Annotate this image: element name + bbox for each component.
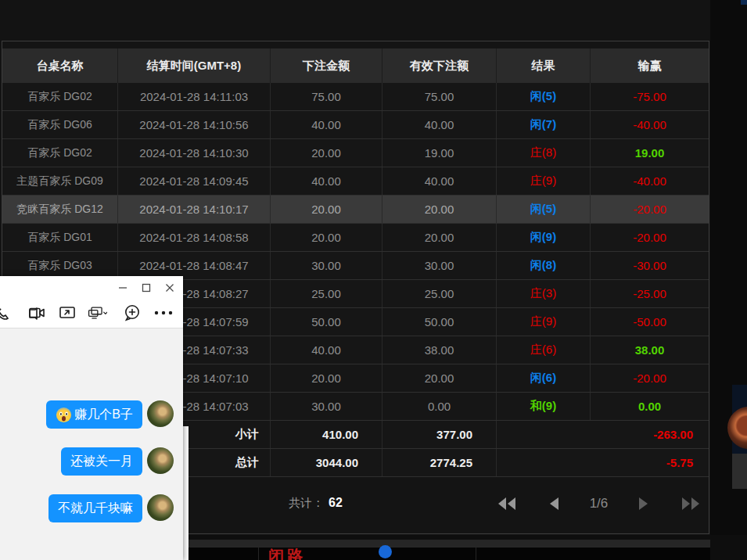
table-cell: -30.00 <box>591 252 709 279</box>
table-cell: 庄(6) <box>497 336 591 364</box>
table-cell: 主题百家乐 DG09 <box>2 167 118 195</box>
previous-page-button[interactable] <box>542 494 566 514</box>
record-count-label: 共计： <box>289 496 324 509</box>
table-cell: 庄(8) <box>497 139 591 167</box>
table-cell: 百家乐 DG02 <box>2 139 118 167</box>
table-cell: 38.00 <box>591 336 709 364</box>
table-cell: 50.00 <box>271 308 382 336</box>
chat-message-text: 不就几千块嘛 <box>58 494 133 522</box>
total-valid: 2774.25 <box>382 449 497 476</box>
table-row[interactable]: 竞眯百家乐 DG122024-01-28 14:10:1720.0020.00闲… <box>2 196 709 224</box>
table-cell: 2024-01-28 14:11:03 <box>118 83 271 110</box>
chat-message-area: 赚几个B子 还被关一月 不就几千块嘛 <box>0 328 183 560</box>
background-navy-sliver <box>741 0 747 5</box>
table-cell: 19.00 <box>591 139 709 167</box>
table-cell: 20.00 <box>271 196 382 223</box>
roadmap-tab-partial: 闭路 <box>268 546 306 560</box>
table-cell: 20.00 <box>382 364 497 392</box>
chat-toolbar <box>0 300 183 328</box>
table-cell: 闲(5) <box>497 196 591 223</box>
page-indicator: 1/6 <box>590 496 609 512</box>
voice-call-icon[interactable] <box>0 303 12 323</box>
chat-titlebar[interactable] <box>0 276 183 300</box>
table-cell: -25.00 <box>591 280 709 307</box>
table-cell: -40.00 <box>591 111 709 138</box>
next-page-button[interactable] <box>632 494 655 514</box>
minimize-button[interactable] <box>116 281 130 295</box>
table-cell: 庄(3) <box>497 280 591 307</box>
video-call-icon[interactable] <box>27 303 47 323</box>
total-winloss: -5.75 <box>497 449 709 476</box>
table-cell: 30.00 <box>271 252 382 279</box>
table-cell: -40.00 <box>591 167 709 195</box>
table-cell: 30.00 <box>382 252 497 279</box>
pagination: 1/6 <box>495 488 702 519</box>
total-bet: 3044.00 <box>271 449 382 476</box>
table-cell: 2024-01-28 14:10:30 <box>118 139 271 167</box>
background-grey-block <box>732 454 747 489</box>
roadmap-dot-icon <box>379 545 392 558</box>
chat-bubble: 赚几个B子 <box>46 400 142 429</box>
record-count-value: 62 <box>329 496 343 509</box>
table-cell: 闲(5) <box>497 83 591 110</box>
table-row[interactable]: 百家乐 DG022024-01-28 14:11:0375.0075.00闲(5… <box>2 83 709 111</box>
table-cell: -20.00 <box>591 196 709 223</box>
table-cell: 2024-01-28 14:10:17 <box>118 196 271 223</box>
table-cell: 40.00 <box>271 111 382 138</box>
scream-emoji-icon <box>56 407 72 423</box>
table-cell: 竞眯百家乐 DG12 <box>2 196 118 223</box>
column-header-result: 结果 <box>497 48 591 83</box>
table-cell: 庄(9) <box>497 167 591 195</box>
table-cell: 40.00 <box>271 167 382 195</box>
chat-message: 还被关一月 <box>61 447 174 476</box>
table-cell: 20.00 <box>271 224 382 251</box>
screen-share-icon[interactable] <box>57 303 77 323</box>
table-cell: 2024-01-28 14:09:45 <box>118 167 271 195</box>
table-cell: 百家乐 DG03 <box>2 252 118 279</box>
table-cell: 50.00 <box>382 308 497 336</box>
table-cell: 和(9) <box>497 393 591 420</box>
table-cell: 40.00 <box>271 336 382 364</box>
chat-message-text: 还被关一月 <box>70 447 133 476</box>
first-page-button[interactable] <box>495 494 519 514</box>
subtotal-bet: 410.00 <box>271 421 382 448</box>
table-cell: 38.00 <box>382 336 497 364</box>
maximize-button[interactable] <box>139 281 153 295</box>
table-cell: 闲(6) <box>497 364 591 392</box>
table-cell: -20.00 <box>591 224 709 251</box>
table-cell: 2024-01-28 14:08:47 <box>118 252 271 279</box>
chat-message: 赚几个B子 <box>46 400 174 429</box>
avatar[interactable] <box>147 447 174 474</box>
more-options-icon[interactable] <box>153 303 174 323</box>
table-cell: 75.00 <box>271 83 382 110</box>
remote-desktop-icon[interactable] <box>87 303 107 323</box>
table-cell: 20.00 <box>271 139 382 167</box>
column-header-settle-time: 结算时间(GMT+8) <box>118 48 271 83</box>
last-page-button[interactable] <box>679 494 702 514</box>
table-row[interactable]: 百家乐 DG022024-01-28 14:10:3020.0019.00庄(8… <box>2 139 709 167</box>
avatar[interactable] <box>147 400 174 427</box>
close-button[interactable] <box>163 281 177 295</box>
table-cell: 庄(9) <box>497 308 591 336</box>
table-cell: 百家乐 DG06 <box>2 111 118 138</box>
table-cell: 闲(8) <box>497 252 591 279</box>
table-cell: -50.00 <box>591 308 709 336</box>
table-cell: 20.00 <box>382 196 497 223</box>
subtotal-winloss: -263.00 <box>497 421 709 448</box>
table-row[interactable]: 主题百家乐 DG092024-01-28 14:09:4540.0040.00庄… <box>2 167 709 196</box>
chat-plus-icon[interactable] <box>122 303 142 323</box>
avatar[interactable] <box>147 494 174 521</box>
table-cell: 25.00 <box>382 280 497 307</box>
table-cell: 闲(7) <box>497 111 591 138</box>
table-cell: 75.00 <box>382 83 497 110</box>
chat-message-text: 赚几个B子 <box>74 400 133 429</box>
table-cell: 0.00 <box>382 393 497 420</box>
table-row[interactable]: 百家乐 DG012024-01-28 14:08:5820.0020.00闲(9… <box>2 224 709 252</box>
screen: 台桌名称 结算时间(GMT+8) 下注金额 有效下注额 结果 输赢 百家乐 DG… <box>0 0 747 560</box>
table-cell: -20.00 <box>591 364 709 392</box>
table-cell: 19.00 <box>382 139 497 167</box>
table-cell: 40.00 <box>382 111 497 138</box>
table-row[interactable]: 百家乐 DG062024-01-28 14:10:5640.0040.00闲(7… <box>2 111 709 139</box>
table-cell: 0.00 <box>591 393 709 420</box>
table-cell: 2024-01-28 14:10:56 <box>118 111 271 138</box>
